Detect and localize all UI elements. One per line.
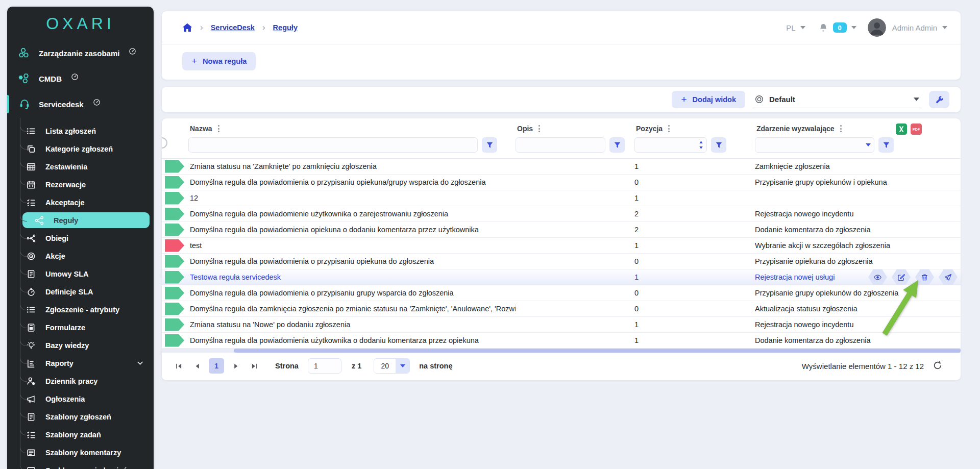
sidebar-item-ogloszenia[interactable]: Ogłoszenia	[7, 390, 154, 408]
filter-input-nazwa[interactable]	[188, 137, 478, 153]
breadcrumb-link-servicedesk[interactable]: ServiceDesk	[211, 23, 255, 32]
sidebar-item-obiegi[interactable]: Obiegi	[7, 229, 154, 247]
preview-button[interactable]	[868, 269, 887, 285]
rule-status-chip	[165, 303, 184, 315]
filter-input-opis[interactable]	[516, 137, 605, 153]
page-number-button[interactable]: 1	[209, 358, 224, 374]
table-row[interactable]: 121	[162, 190, 961, 206]
avatar[interactable]	[868, 18, 886, 37]
sidebar-item-szablony-komentarzy[interactable]: Szablony komentarzy	[7, 443, 154, 461]
sidebar-item-zestawienia[interactable]: Zestawienia	[7, 158, 154, 176]
table-row[interactable]: Testowa reguła servicedesk1Rejestracja n…	[162, 269, 961, 285]
new-rule-button[interactable]: + Nowa reguła	[182, 52, 256, 70]
table-row[interactable]: Zmiana statusu na 'Nowe' po dodaniu zgło…	[162, 317, 961, 333]
chevron-down-icon[interactable]	[942, 26, 947, 29]
page-size-selector[interactable]: 20	[374, 358, 410, 374]
table-row[interactable]: Zmiana statusu na 'Zamknięte' po zamknię…	[162, 159, 961, 175]
clipped-scroll-icon	[162, 137, 167, 149]
sidebar-item-akcje[interactable]: Akcje	[7, 247, 154, 265]
home-icon[interactable]	[182, 23, 192, 32]
delete-button[interactable]	[915, 269, 934, 285]
edit-button[interactable]	[892, 269, 911, 285]
number-spinner-icon[interactable]	[699, 141, 703, 149]
table-row[interactable]: Domyślna reguła dla powiadomienia o przy…	[162, 175, 961, 190]
column-menu-icon[interactable]	[537, 124, 541, 133]
user-name[interactable]: Admin Admin	[892, 23, 937, 32]
page-input[interactable]	[308, 358, 341, 374]
rule-name: Zmiana statusu na 'Zamknięte' po zamknię…	[188, 162, 516, 170]
pdf-export-icon[interactable]: PDF	[911, 124, 922, 135]
send-button[interactable]	[939, 269, 958, 285]
notification-badge[interactable]: 0	[833, 22, 847, 33]
refresh-icon	[933, 361, 942, 370]
sidebar-item-label: Akcje	[45, 252, 65, 260]
sidebar-item-umowy-sla[interactable]: Umowy SLA	[7, 265, 154, 283]
sidebar-item-zgloszenie-atrybuty[interactable]: Zgłoszenie - atrybuty	[7, 301, 154, 318]
sidebar-item-bazy-wiedzy[interactable]: Bazy wiedzy	[7, 336, 154, 354]
last-page-button[interactable]	[248, 359, 261, 373]
chevron-down-icon[interactable]	[851, 26, 856, 29]
language-selector[interactable]: PL	[786, 23, 795, 32]
sidebar-item-definicje-sla[interactable]: Definicje SLA	[7, 283, 154, 301]
table-row[interactable]: Domyślna reguła dla powiadomienia o przy…	[162, 254, 961, 269]
rule-name: Domyślna reguła dla powiadomienia o przy…	[188, 289, 516, 297]
view-toolbar-card: + Dodaj widok Default	[162, 87, 961, 112]
table-row[interactable]: Domyślna reguła dla zamknięcia zgłoszeni…	[162, 301, 961, 317]
table-icon	[27, 162, 36, 171]
table-row[interactable]: Domyślna reguła dla powiadomienia użytko…	[162, 333, 961, 349]
sidebar-item-rezerwacje[interactable]: Rezerwacje	[7, 176, 154, 193]
view-selector[interactable]: Default	[752, 91, 922, 108]
sidebar-item-lista-zgloszen[interactable]: Lista zgłoszeń	[7, 122, 154, 140]
sidebar-item-reguly[interactable]: Reguły	[22, 212, 150, 228]
bell-icon[interactable]	[819, 23, 828, 32]
prev-page-button[interactable]	[190, 359, 204, 373]
sidebar-item-raporty[interactable]: Raporty	[7, 354, 154, 372]
rule-status-chip	[165, 176, 184, 189]
table-row[interactable]: Domyślna reguła dla powiadomienia opieku…	[162, 222, 961, 238]
column-menu-icon[interactable]	[667, 124, 671, 133]
filter-input-zdarzenie[interactable]	[755, 137, 874, 153]
form-icon	[27, 323, 36, 332]
sidebar-item-label: Formularze	[45, 324, 85, 332]
refresh-button[interactable]	[932, 360, 943, 372]
rule-trigger-event: Wybranie akcji w szczegółach zgłoszenia	[755, 241, 961, 250]
chevron-down-icon[interactable]	[800, 26, 805, 29]
filter-button-nazwa[interactable]	[482, 137, 497, 153]
filter-button-pozycja[interactable]	[711, 137, 726, 153]
sidebar-item-zarzadzanie-zasobami[interactable]: Zarządzanie zasobami	[7, 40, 154, 66]
rule-trigger-event: Rejestracja nowego incydentu	[755, 210, 961, 218]
excel-export-icon[interactable]	[896, 124, 907, 135]
table-body: Zmiana statusu na 'Zamknięte' po zamknię…	[162, 159, 961, 349]
sidebar-item-szablony-powiadomien[interactable]: Szablony powiadomień	[7, 461, 154, 469]
table-row[interactable]: test1Wybranie akcji w szczegółach zgłosz…	[162, 238, 961, 254]
filter-button-opis[interactable]	[609, 137, 625, 153]
dropdown-caret-icon[interactable]	[866, 143, 871, 146]
column-header-zdarzenie[interactable]: Zdarzenie wyzwalające	[755, 124, 961, 133]
add-view-button[interactable]: + Dodaj widok	[672, 91, 745, 108]
stopwatch-icon	[27, 287, 36, 297]
scrollbar-thumb[interactable]	[234, 349, 961, 353]
sidebar-item-akceptacje[interactable]: Akceptacje	[7, 193, 154, 211]
column-header-pozycja[interactable]: Pozycja	[634, 124, 755, 133]
sidebar-item-szablony-zgloszen[interactable]: Szablony zgłoszeń	[7, 408, 154, 426]
filter-button-zdarzenie[interactable]	[878, 137, 894, 153]
breadcrumb-link-reguly[interactable]: Reguły	[273, 23, 298, 32]
table-row[interactable]: Domyślna reguła dla powiadomienia o przy…	[162, 285, 961, 301]
rule-status-chip	[165, 208, 184, 220]
sidebar-item-szablony-zadan[interactable]: Szablony zadań	[7, 426, 154, 443]
next-page-button[interactable]	[229, 359, 242, 373]
sidebar-item-kategorie-zgloszen[interactable]: Kategorie zgłoszeń	[7, 140, 154, 158]
sidebar-item-formularze[interactable]: Formularze	[7, 318, 154, 336]
column-header-nazwa[interactable]: Nazwa	[188, 124, 516, 133]
table-row[interactable]: Domyślna reguła dla powiadomienie użytko…	[162, 206, 961, 222]
sidebar-item-dziennik-pracy[interactable]: Dziennik pracy	[7, 372, 154, 390]
sidebar-item-servicedesk[interactable]: Servicedesk	[7, 91, 154, 117]
column-menu-icon[interactable]	[217, 124, 220, 133]
sidebar-item-cmdb[interactable]: CMDB	[7, 66, 154, 91]
view-settings-button[interactable]	[929, 91, 949, 108]
column-header-opis[interactable]: Opis	[516, 124, 634, 133]
sidebar: OXARI Zarządzanie zasobamiCMDBServicedes…	[7, 7, 154, 469]
filter-input-pozycja[interactable]	[634, 137, 707, 153]
column-menu-icon[interactable]	[839, 124, 843, 133]
first-page-button[interactable]	[172, 359, 185, 373]
